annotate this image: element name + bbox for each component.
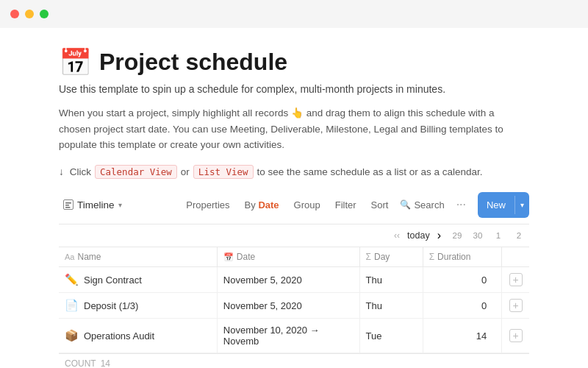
table-header-row: Aa Name 📅 Date Σ Day xyxy=(59,247,529,267)
row-name-cell: ✏️ Sign Contract xyxy=(59,267,217,293)
search-label: Search xyxy=(414,199,444,210)
click-text: Click xyxy=(70,166,91,177)
row-day: Tue xyxy=(366,330,382,342)
sort-button[interactable]: Sort xyxy=(368,197,392,213)
search-icon: 🔍 xyxy=(400,199,411,210)
chevron-down-icon: ▾ xyxy=(118,201,122,209)
table-row: 📦 Operations Audit November 10, 2020 → N… xyxy=(59,319,529,353)
date-col-label: Date xyxy=(237,252,255,262)
table-row: ✏️ Sign Contract November 5, 2020 Thu 0 … xyxy=(59,267,529,293)
today-button[interactable]: today xyxy=(403,229,434,242)
col-header-duration: Σ Duration xyxy=(423,247,502,267)
col-header-add xyxy=(502,247,529,267)
name-col-label: Name xyxy=(77,252,101,262)
date-2: 2 xyxy=(509,231,529,240)
row-day: Thu xyxy=(366,300,382,311)
by-label: By xyxy=(245,199,256,210)
duration-col-label: Duration xyxy=(437,252,470,262)
row-date: November 5, 2020 xyxy=(223,300,302,311)
duration-col-icon: Σ Duration xyxy=(429,252,471,262)
col-header-day: Σ Day xyxy=(359,247,423,267)
row-day-cell: Thu xyxy=(359,267,423,293)
row-date-cell: November 5, 2020 xyxy=(217,267,359,293)
calendar-view-tag[interactable]: Calendar View xyxy=(95,165,177,179)
add-row-button[interactable]: + xyxy=(509,299,523,312)
click-instruction-row: ↓ Click Calendar View or List View to se… xyxy=(59,165,529,179)
page-subtitle: Use this template to spin up a schedule … xyxy=(59,83,529,95)
cell-name-content: ✏️ Sign Contract xyxy=(65,273,211,286)
row-add-cell: + xyxy=(502,293,529,319)
row-duration: 0 xyxy=(481,275,487,286)
row-duration-cell: 0 xyxy=(423,293,502,319)
row-name[interactable]: Operations Audit xyxy=(84,330,154,342)
page-title-row: 📅 Project schedule xyxy=(59,49,529,76)
row-date: November 10, 2020 → Novemb xyxy=(223,325,320,347)
table-footer: COUNT 14 xyxy=(59,353,529,368)
new-button-group[interactable]: New ▾ xyxy=(478,192,529,218)
date-label: Date xyxy=(258,199,279,210)
day-col-label: Day xyxy=(374,252,390,262)
more-options-button[interactable]: ··· xyxy=(453,196,469,213)
cell-name-content: 📦 Operations Audit xyxy=(65,329,211,342)
minimize-button[interactable] xyxy=(25,10,34,18)
filter-button[interactable]: Filter xyxy=(332,197,359,213)
timeline-icon xyxy=(63,199,74,210)
new-button-chevron[interactable]: ▾ xyxy=(515,197,529,213)
page-description: When you start a project, simply highlig… xyxy=(59,105,514,153)
list-view-tag[interactable]: List View xyxy=(193,165,254,179)
properties-button[interactable]: Properties xyxy=(183,197,232,213)
timeline-nav: ‹‹ today › 29 30 1 2 xyxy=(59,224,529,247)
count-value: 14 xyxy=(101,358,110,368)
titlebar xyxy=(0,0,588,28)
row-name[interactable]: Deposit (1/3) xyxy=(84,300,138,311)
box-icon: 📦 xyxy=(65,329,78,342)
by-date-button[interactable]: By Date xyxy=(242,197,282,213)
row-name-cell: 📦 Operations Audit xyxy=(59,319,217,353)
group-button[interactable]: Group xyxy=(291,197,323,213)
day-col-icon: Σ Day xyxy=(366,252,390,262)
col-header-date: 📅 Date xyxy=(217,247,359,267)
page-emoji: 📅 xyxy=(59,49,92,76)
row-date: November 5, 2020 xyxy=(223,275,302,286)
pencil-icon: ✏️ xyxy=(65,273,78,286)
toolbar: Timeline ▾ Properties By Date Group Filt… xyxy=(59,192,529,224)
row-duration-cell: 0 xyxy=(423,267,502,293)
close-button[interactable] xyxy=(10,10,19,18)
new-button-main[interactable]: New xyxy=(478,196,515,214)
row-date-cell: November 5, 2020 xyxy=(217,293,359,319)
row-day-cell: Thu xyxy=(359,293,423,319)
name-col-icon: Aa Name xyxy=(65,252,101,262)
date-29: 29 xyxy=(447,231,467,240)
or-text: or xyxy=(181,166,190,177)
arrow-icon: ↓ xyxy=(59,166,64,177)
row-day-cell: Tue xyxy=(359,319,423,353)
toolbar-right: Properties By Date Group Filter Sort 🔍 S… xyxy=(183,192,529,218)
view-label: Timeline xyxy=(77,199,115,210)
prev-arrow[interactable]: ‹‹ xyxy=(391,229,403,242)
date-30: 30 xyxy=(467,231,488,240)
add-row-button[interactable]: + xyxy=(509,273,523,286)
schedule-table: Aa Name 📅 Date Σ Day xyxy=(59,247,529,354)
view-selector[interactable]: Timeline ▾ xyxy=(59,197,126,213)
svg-rect-2 xyxy=(65,207,71,208)
add-row-button[interactable]: + xyxy=(509,329,523,342)
count-label: COUNT xyxy=(65,358,96,368)
row-name[interactable]: Sign Contract xyxy=(84,275,142,286)
row-duration-cell: 14 xyxy=(423,319,502,353)
cell-name-content: 📄 Deposit (1/3) xyxy=(65,299,211,312)
click-suffix: to see the same schedule as a list or as… xyxy=(257,166,483,177)
maximize-button[interactable] xyxy=(40,10,49,18)
row-duration: 14 xyxy=(476,330,487,342)
toolbar-left: Timeline ▾ xyxy=(59,197,183,213)
row-add-cell: + xyxy=(502,319,529,353)
nav-arrows: ‹‹ xyxy=(391,229,403,242)
svg-rect-1 xyxy=(65,205,69,206)
next-arrow[interactable]: › xyxy=(434,227,444,244)
row-day: Thu xyxy=(366,275,382,286)
col-header-name: Aa Name xyxy=(59,247,217,267)
row-duration: 0 xyxy=(481,300,487,311)
date-1: 1 xyxy=(488,231,509,240)
row-add-cell: + xyxy=(502,267,529,293)
date-col-icon: 📅 Date xyxy=(223,252,255,262)
search-button[interactable]: 🔍 Search xyxy=(400,199,444,210)
